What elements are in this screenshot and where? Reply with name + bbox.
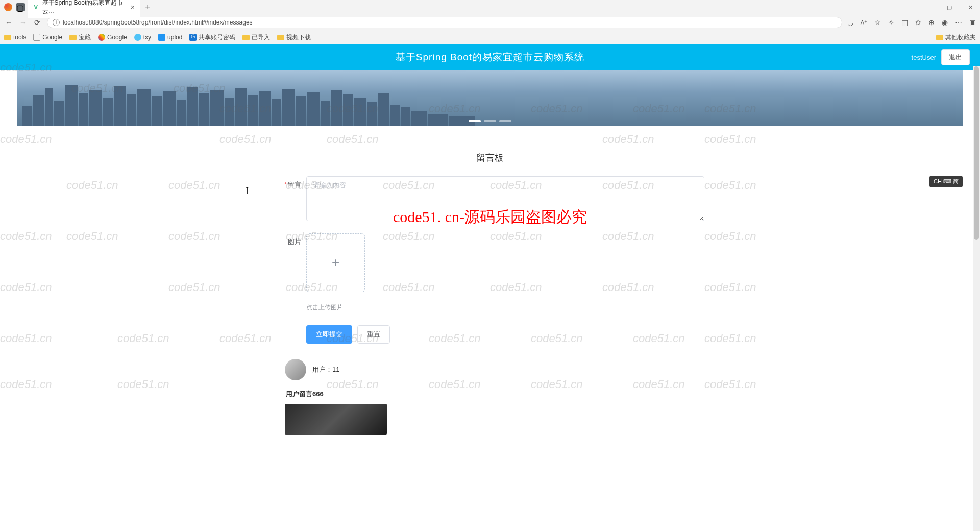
avatar	[285, 359, 306, 380]
url-input[interactable]: i localhost:8080/springboot58rqp/front/d…	[47, 17, 842, 28]
message-label: 留言	[276, 176, 306, 223]
upload-hint: 点击上传图片	[306, 303, 704, 312]
message-board-card: 留言板 留言 图片 + 点击上传图片 立即提交 重置 用户	[271, 141, 709, 455]
maximize-icon[interactable]: ▢	[944, 3, 955, 12]
carousel-dot[interactable]	[484, 120, 496, 122]
message-item: 用户：11 用户留言666	[276, 359, 704, 435]
toolbar-icons: ◡ A⁺ ☆ ✧ ▥ ✩ ⊕ ◉ ⋯ ▣	[847, 18, 976, 27]
browser-tab[interactable]: V 基于Spring Boot的易家宜超市云… ×	[28, 0, 140, 18]
other-bookmarks[interactable]: 其他收藏夹	[936, 33, 976, 42]
profile-icon[interactable]	[4, 3, 12, 11]
tab-title: 基于Spring Boot的易家宜超市云…	[42, 0, 126, 16]
collections-icon[interactable]: ▥	[901, 18, 908, 27]
extensions-icon[interactable]: ✧	[888, 18, 894, 27]
workspace-icon[interactable]: ▢	[16, 3, 24, 11]
minimize-icon[interactable]: —	[922, 3, 934, 12]
scrollbar-thumb[interactable]	[974, 66, 979, 240]
tracking-icon[interactable]: ◡	[847, 18, 853, 27]
address-bar: ← → ⟳ i localhost:8080/springboot58rqp/f…	[0, 14, 980, 31]
image-label: 图片	[276, 233, 306, 312]
menu-icon[interactable]: ⋯	[955, 18, 962, 27]
forward-icon[interactable]: →	[18, 18, 28, 27]
page-header: 基于Spring Boot的易家宜超市云购物系统 testUser 退出	[0, 44, 980, 70]
bookmark[interactable]: txy	[134, 34, 151, 41]
content: 留言板 留言 图片 + 点击上传图片 立即提交 重置 用户	[0, 126, 980, 470]
submit-button[interactable]: 立即提交	[306, 325, 352, 344]
window-controls: — ▢ ✕	[922, 3, 976, 12]
plus-icon: +	[332, 255, 339, 271]
bookmark-folder[interactable]: 已导入	[242, 33, 270, 42]
bookmarks-bar: tools Google 宝藏 Google txy uplod 码共享账号密码…	[0, 31, 980, 44]
close-window-icon[interactable]: ✕	[965, 3, 976, 12]
favorite-icon[interactable]: ☆	[874, 18, 881, 27]
scrollbar[interactable]	[973, 66, 980, 470]
carousel-dot[interactable]	[469, 120, 481, 122]
bookmark[interactable]: Google	[98, 34, 127, 41]
upload-button[interactable]: +	[306, 233, 365, 292]
tab-strip: V 基于Spring Boot的易家宜超市云… × +	[28, 0, 922, 18]
favorites-bar-icon[interactable]: ✩	[915, 18, 921, 27]
ime-badge[interactable]: CH ⌨ 简	[929, 176, 963, 187]
banner-carousel[interactable]	[17, 70, 963, 126]
bookmark-folder[interactable]: tools	[4, 34, 26, 41]
carousel-dot[interactable]	[499, 120, 511, 122]
back-icon[interactable]: ←	[4, 18, 13, 27]
performance-icon[interactable]: ◉	[942, 18, 948, 27]
reset-button[interactable]: 重置	[357, 325, 390, 344]
card-title: 留言板	[276, 152, 704, 164]
read-aloud-icon[interactable]: A⁺	[861, 19, 867, 26]
bookmark-folder[interactable]: 宝藏	[69, 33, 91, 42]
bookmark[interactable]: 码共享账号密码	[189, 33, 235, 42]
new-tab-button[interactable]: +	[145, 2, 151, 13]
message-row: 留言	[276, 176, 704, 223]
message-input[interactable]	[306, 176, 704, 221]
bookmark[interactable]: uplod	[158, 34, 182, 41]
site-title: 基于Spring Boot的易家宜超市云购物系统	[396, 51, 584, 64]
close-icon[interactable]: ×	[131, 4, 135, 11]
logout-button[interactable]: 退出	[941, 49, 970, 65]
vue-icon: V	[33, 4, 39, 11]
button-row: 立即提交 重置	[276, 325, 704, 344]
site-info-icon[interactable]: i	[53, 19, 60, 26]
bookmark-folder[interactable]: 视频下载	[277, 33, 311, 42]
refresh-icon[interactable]: ⟳	[33, 18, 42, 27]
image-row: 图片 + 点击上传图片	[276, 233, 704, 312]
username[interactable]: testUser	[912, 54, 936, 61]
browser-chrome: ▢ V 基于Spring Boot的易家宜超市云… × + — ▢ ✕ ← → …	[0, 0, 980, 44]
sidebar-icon[interactable]: ▣	[969, 18, 976, 27]
message-user: 用户：11	[312, 365, 339, 374]
bookmark[interactable]: Google	[33, 34, 62, 41]
downloads-icon[interactable]: ⊕	[928, 18, 935, 27]
message-image	[285, 404, 387, 435]
title-bar: ▢ V 基于Spring Boot的易家宜超市云… × + — ▢ ✕	[0, 0, 980, 14]
carousel-dots[interactable]	[469, 120, 511, 122]
url-text: localhost:8080/springboot58rqp/front/dis…	[63, 19, 253, 26]
message-content: 用户留言666	[285, 390, 704, 399]
